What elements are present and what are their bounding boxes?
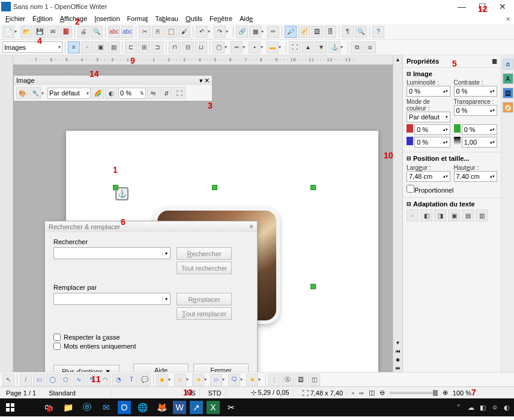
sidebar-tab-properties[interactable]: ⛭ [503,59,513,70]
store-icon[interactable]: 🛍 [41,400,56,415]
view-multi-icon[interactable]: ▫▫ [359,389,364,397]
resize-handle-tc[interactable] [212,185,217,190]
align-m-button[interactable]: ⊟ [182,41,194,53]
copy-button[interactable]: ⎘ [152,26,164,38]
help-button-dialog[interactable]: Aide [133,364,189,372]
zoom-button[interactable]: 🔍 [355,26,367,38]
next-page-icon[interactable]: ⏭ [394,364,402,372]
chrome-icon[interactable]: 🌐 [135,400,150,415]
spellcheck-button[interactable]: abc [108,26,120,38]
menu-edit[interactable]: Édition [29,14,56,23]
unlink-frame-button[interactable]: ⧈ [364,41,376,53]
email-button[interactable]: ✉ [47,26,59,38]
find-button[interactable]: 🔎 [285,26,297,38]
anchor-button[interactable]: ⚓ [328,41,340,53]
section-wrap-title[interactable]: Adaptation du texte [407,200,497,208]
autospell-button[interactable]: abc [121,26,133,38]
minimize-button[interactable]: — [452,1,472,13]
red-input[interactable]: 0 %▴▾ [414,124,450,135]
match-case-checkbox[interactable]: Respecter la casse [53,334,249,341]
wrap-through-button-side[interactable]: ▤ [462,209,474,221]
wrap-off-button[interactable]: ▫ [81,41,93,53]
status-std[interactable]: STD [205,389,226,397]
zoom-value[interactable]: 100 % [453,389,471,397]
border-color-button[interactable]: ▪ [249,41,261,53]
prev-page-icon[interactable]: ⏮ [394,347,402,355]
arc-tool[interactable]: ◠ [99,374,111,386]
nonprint-button[interactable]: ¶ [342,26,354,38]
draw-toggle-button[interactable]: ✏ [267,26,279,38]
wrap-before-button[interactable]: ◧ [420,209,432,221]
edge-icon[interactable]: ⓔ [79,400,95,415]
bgcolor-button[interactable]: ▬ [267,41,279,53]
explorer-icon[interactable]: 📁 [60,400,76,415]
hyperlink-button[interactable]: 🔗 [236,26,248,38]
wrap-none-button[interactable]: ▫ [407,209,419,221]
style-combo[interactable]: Images▾ [2,41,62,53]
save-button[interactable]: 💾 [34,26,46,38]
document-close-icon[interactable]: × [506,14,510,23]
paste-button[interactable]: 📋 [165,26,177,38]
status-style[interactable]: Standard [45,389,111,397]
sidebar-menu-icon[interactable]: ≣ [492,58,497,65]
align-left-button[interactable]: ≡ [68,41,80,53]
height-input[interactable]: 7,40 cm▴▾ [454,171,498,182]
view-book-icon[interactable]: ◫ [369,389,375,397]
resize-handle-mr[interactable] [310,284,316,289]
menu-format[interactable]: Format [124,14,151,23]
menu-file[interactable]: Fichier [2,14,28,23]
polygon-tool[interactable]: ⬠ [59,374,71,386]
rect-tool[interactable]: ▭ [33,374,45,386]
status-ins[interactable]: INS [181,389,199,397]
cortana-icon[interactable] [22,400,37,415]
image-flip-h-button[interactable]: ⇋ [147,87,159,99]
align-t-button[interactable]: ⊓ [169,41,181,53]
tray-unknown-icon[interactable]: ◐ [502,403,512,412]
blue-input[interactable]: 0 %▴▾ [414,137,450,148]
wrap-optimal-button[interactable]: ▥ [476,209,488,221]
line-tool[interactable]: / [20,374,32,386]
bring-front-button[interactable]: ▲ [302,41,314,53]
basic-shapes-tool[interactable]: ◆ [156,374,168,386]
colormode-input[interactable]: Par défaut▾ [407,112,450,122]
gallery-button[interactable]: 🖼 [311,26,323,38]
horizontal-ruler[interactable]: · 7 · · · 6 · · · 5 · · · 4 · · · 3 · · … [13,55,393,65]
word-icon[interactable]: W [173,401,186,414]
zoom-out-icon[interactable]: ⊖ [379,389,385,397]
menu-table[interactable]: Tableau [152,14,181,23]
width-input[interactable]: 7,48 cm▴▾ [407,171,450,182]
resize-handle-tl[interactable] [113,185,118,190]
pie-tool[interactable]: ◔ [112,374,124,386]
navigator-button[interactable]: 🧭 [298,26,310,38]
star-shapes-tool[interactable]: ★ [246,374,258,386]
brightness-input[interactable]: 0 %▴▾ [407,86,450,97]
table-button[interactable]: ▦ [249,26,261,38]
border-button[interactable]: ▢ [213,41,225,53]
menu-help[interactable]: Aide [237,14,256,23]
search-all-button[interactable]: Tout rechercher [177,262,232,274]
proportional-checkbox[interactable]: Proportionnel [407,184,497,195]
scroll-down-icon[interactable]: ▼ [394,338,402,347]
points-tool[interactable]: ⋮ [268,374,280,386]
image-flip-v-button[interactable]: ⇵ [160,87,172,99]
menu-tools[interactable]: Outils [183,14,205,23]
undo-button[interactable]: ↶ [196,26,208,38]
menu-window[interactable]: Fenêtre [207,14,235,23]
curve-tool[interactable]: ∿ [73,374,85,386]
tray-up-icon[interactable]: ˄ [454,403,464,412]
callout-tool[interactable]: 💬 [139,374,151,386]
pdf-button[interactable]: 📕 [60,26,72,38]
replace-button[interactable]: Remplacer [177,293,232,305]
cut-button[interactable]: ✂ [139,26,151,38]
outlook-icon[interactable]: O [118,401,131,414]
section-position-title[interactable]: Position et taille... [407,155,497,162]
image-filter-button[interactable]: 🎨 [16,87,28,99]
vertical-ruler[interactable] [0,55,13,372]
arrow-shapes-tool[interactable]: ➜ [192,374,204,386]
image-mode-combo[interactable]: Par défaut▾ [47,88,91,99]
replace-all-button[interactable]: Tout remplacer [177,307,232,320]
dialog-close-icon[interactable]: × [249,223,253,231]
scroll-up-icon[interactable]: ▲ [394,55,402,64]
close-button-dialog[interactable]: Fermer [193,364,249,372]
whole-words-checkbox[interactable]: Mots entiers uniquement [53,343,249,350]
